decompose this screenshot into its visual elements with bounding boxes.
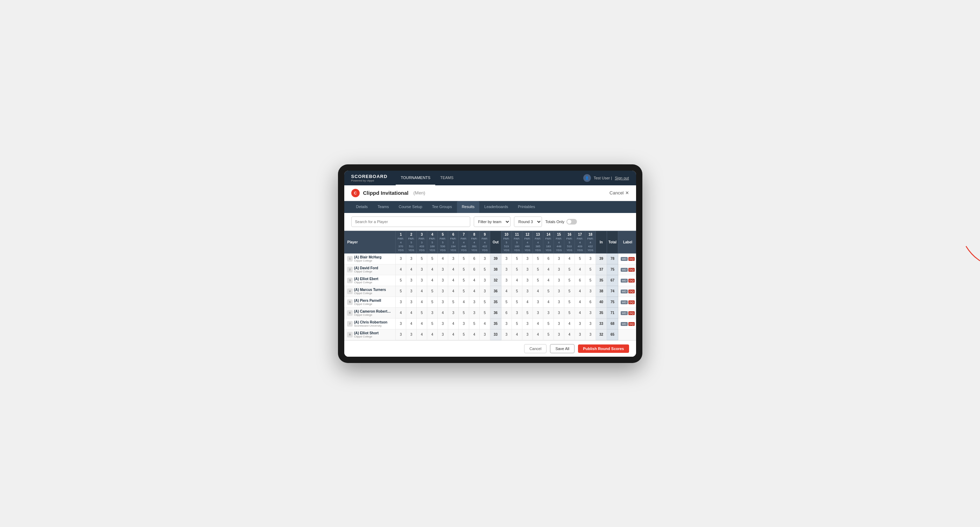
dq-badge[interactable]: DQ	[628, 268, 635, 272]
score-hole-5[interactable]: 3	[438, 264, 448, 275]
score-hole-2[interactable]: 4	[406, 307, 417, 318]
dq-badge[interactable]: DQ	[628, 300, 635, 304]
score-hole-13[interactable]: 5	[533, 264, 543, 275]
score-hole-6[interactable]: 4	[448, 318, 459, 329]
wd-badge[interactable]: WD	[620, 300, 627, 304]
score-hole-8[interactable]: 6	[469, 253, 480, 264]
score-hole-12[interactable]: 3	[522, 318, 533, 329]
score-hole-2[interactable]: 4	[406, 318, 417, 329]
wd-badge[interactable]: WD	[620, 257, 627, 261]
score-hole-11[interactable]: 5	[512, 286, 522, 297]
score-hole-1[interactable]: 3	[396, 329, 406, 340]
score-hole-7[interactable]: 5	[459, 275, 469, 286]
score-hole-1[interactable]: 4	[396, 264, 406, 275]
score-hole-4[interactable]: 4	[427, 264, 438, 275]
publish-round-scores-button[interactable]: Publish Round Scores	[578, 344, 629, 353]
dq-badge[interactable]: DQ	[628, 257, 635, 261]
score-hole-2[interactable]: 4	[406, 264, 417, 275]
score-hole-1[interactable]: 3	[396, 318, 406, 329]
score-hole-10[interactable]: 3	[501, 318, 512, 329]
score-hole-11[interactable]: 5	[512, 318, 522, 329]
score-hole-6[interactable]: 3	[448, 307, 459, 318]
score-hole-5[interactable]: 4	[438, 253, 448, 264]
dq-badge[interactable]: DQ	[628, 322, 635, 326]
score-hole-16[interactable]: 5	[564, 286, 575, 297]
score-hole-1[interactable]: 3	[396, 253, 406, 264]
nav-link-teams[interactable]: TEAMS	[435, 171, 458, 185]
score-hole-5[interactable]: 3	[438, 275, 448, 286]
score-hole-4[interactable]: 4	[427, 275, 438, 286]
score-hole-11[interactable]: 4	[512, 275, 522, 286]
dq-badge[interactable]: DQ	[628, 311, 635, 315]
score-hole-6[interactable]: 5	[448, 297, 459, 307]
score-hole-17[interactable]: 4	[575, 297, 585, 307]
footer-cancel-button[interactable]: Cancel	[524, 344, 547, 353]
score-hole-7[interactable]: 5	[459, 264, 469, 275]
score-hole-2[interactable]: 3	[406, 275, 417, 286]
cancel-tournament-button[interactable]: Cancel ✕	[609, 190, 629, 195]
score-hole-13[interactable]: 3	[533, 297, 543, 307]
score-hole-2[interactable]: 3	[406, 297, 417, 307]
score-hole-15[interactable]: 3	[554, 318, 564, 329]
score-hole-2[interactable]: 3	[406, 253, 417, 264]
wd-badge[interactable]: WD	[620, 279, 627, 283]
score-hole-5[interactable]: 3	[438, 329, 448, 340]
score-hole-3[interactable]: 4	[417, 297, 427, 307]
score-hole-14[interactable]: 3	[543, 307, 554, 318]
score-hole-1[interactable]: 3	[396, 297, 406, 307]
score-hole-14[interactable]: 4	[543, 297, 554, 307]
score-hole-14[interactable]: 6	[543, 253, 554, 264]
score-hole-17[interactable]: 4	[575, 286, 585, 297]
score-hole-5[interactable]: 4	[438, 307, 448, 318]
score-hole-12[interactable]: 3	[522, 286, 533, 297]
score-hole-5[interactable]: 3	[438, 286, 448, 297]
score-hole-4[interactable]: 5	[427, 253, 438, 264]
score-hole-10[interactable]: 3	[501, 264, 512, 275]
score-hole-14[interactable]: 5	[543, 318, 554, 329]
nav-link-tournaments[interactable]: TOURNAMENTS	[396, 171, 435, 185]
score-hole-13[interactable]: 5	[533, 275, 543, 286]
score-hole-3[interactable]: 5	[417, 307, 427, 318]
tab-teams[interactable]: Teams	[372, 201, 394, 213]
score-hole-15[interactable]: 3	[554, 253, 564, 264]
score-hole-7[interactable]: 5	[459, 329, 469, 340]
score-hole-11[interactable]: 3	[512, 307, 522, 318]
score-hole-18[interactable]: 3	[585, 253, 596, 264]
score-hole-17[interactable]: 3	[575, 318, 585, 329]
score-hole-12[interactable]: 3	[522, 275, 533, 286]
score-hole-10[interactable]: 3	[501, 329, 512, 340]
score-hole-18[interactable]: 3	[585, 329, 596, 340]
score-hole-12[interactable]: 3	[522, 253, 533, 264]
score-hole-15[interactable]: 3	[554, 264, 564, 275]
score-hole-18[interactable]: 3	[585, 307, 596, 318]
score-hole-12[interactable]: 3	[522, 264, 533, 275]
score-hole-16[interactable]: 5	[564, 297, 575, 307]
tab-course-setup[interactable]: Course Setup	[394, 201, 427, 213]
score-hole-12[interactable]: 3	[522, 329, 533, 340]
score-hole-8[interactable]: 3	[469, 297, 480, 307]
score-hole-13[interactable]: 5	[533, 253, 543, 264]
tab-printables[interactable]: Printables	[513, 201, 540, 213]
score-hole-7[interactable]: 5	[459, 307, 469, 318]
score-hole-1[interactable]: 5	[396, 275, 406, 286]
score-hole-16[interactable]: 4	[564, 318, 575, 329]
score-hole-14[interactable]: 5	[543, 329, 554, 340]
tab-details[interactable]: Details	[351, 201, 373, 213]
score-hole-2[interactable]: 3	[406, 329, 417, 340]
score-hole-8[interactable]: 5	[469, 318, 480, 329]
score-hole-8[interactable]: 4	[469, 275, 480, 286]
score-hole-17[interactable]: 3	[575, 329, 585, 340]
score-hole-3[interactable]: 4	[417, 318, 427, 329]
score-hole-1[interactable]: 4	[396, 307, 406, 318]
score-hole-10[interactable]: 4	[501, 286, 512, 297]
score-hole-6[interactable]: 4	[448, 286, 459, 297]
score-hole-16[interactable]: 4	[564, 329, 575, 340]
score-hole-18[interactable]: 5	[585, 275, 596, 286]
score-hole-17[interactable]: 4	[575, 264, 585, 275]
score-hole-8[interactable]: 4	[469, 286, 480, 297]
score-hole-9[interactable]: 4	[480, 318, 490, 329]
score-hole-6[interactable]: 4	[448, 264, 459, 275]
score-hole-8[interactable]: 6	[469, 264, 480, 275]
score-hole-14[interactable]: 4	[543, 264, 554, 275]
score-hole-5[interactable]: 3	[438, 297, 448, 307]
